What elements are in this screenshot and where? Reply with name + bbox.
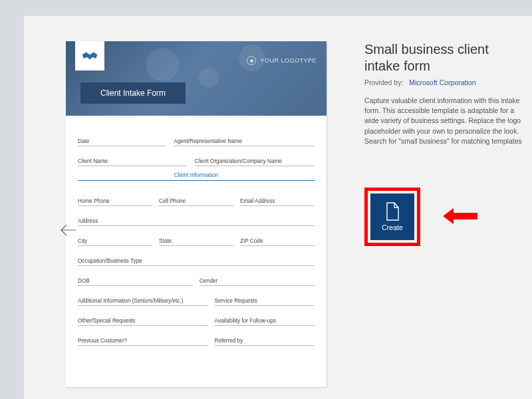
create-highlight-annotation: Create — [364, 188, 420, 246]
template-description: Capture valuable client information with… — [364, 96, 525, 146]
field-cell-phone: Cell Phone — [159, 194, 233, 206]
provided-by-row: Provided by: Microsoft Corporation — [364, 78, 525, 86]
field-dob: DOB — [78, 274, 193, 286]
field-address: Address — [78, 214, 315, 226]
field-date: Date — [78, 134, 166, 146]
template-preview-thumbnail: YOUR LOGOTYPE Client Intake Form Date Ag… — [66, 41, 327, 387]
preview-header: YOUR LOGOTYPE Client Intake Form — [66, 41, 327, 116]
field-availability: Availability for Follow-ups — [215, 314, 315, 326]
field-state: State. — [159, 234, 233, 246]
provider-link[interactable]: Microsoft Corporation — [409, 78, 475, 86]
provided-by-label: Provided by: — [364, 78, 403, 86]
logotype-text: YOUR LOGOTYPE — [260, 57, 317, 64]
new-document-icon — [384, 202, 400, 221]
logotype-circle-icon — [247, 56, 256, 65]
logotype-placeholder: YOUR LOGOTYPE — [247, 56, 317, 65]
field-city: City — [78, 234, 152, 246]
create-button[interactable]: Create — [370, 194, 414, 240]
field-prev-customer: Previous Customer? — [78, 334, 208, 346]
template-info-panel: Small business client intake form Provid… — [364, 41, 532, 146]
preview-body: Date Agent/Representative Name Client Na… — [66, 116, 327, 352]
field-other-req: Other/Special Requests — [78, 314, 208, 326]
field-service-req: Service Requests — [215, 294, 315, 306]
field-agent: Agent/Representative Name — [174, 134, 315, 146]
back-button[interactable] — [60, 223, 77, 237]
field-referred: Referred by — [215, 334, 315, 346]
create-label: Create — [382, 223, 403, 231]
field-zip: ZIP Code — [240, 234, 315, 246]
form-title-banner: Client Intake Form — [80, 82, 186, 104]
field-occupation: Occupation/Business Type — [78, 254, 315, 266]
field-email: Email Address — [240, 194, 315, 206]
field-gender: Gender — [200, 274, 315, 286]
pointer-arrow-annotation — [442, 206, 479, 226]
create-highlight-box: Create — [364, 188, 420, 246]
section-client-info: Client Information — [78, 168, 315, 181]
template-title: Small business client intake form — [364, 41, 525, 74]
field-client-name: Client Name — [78, 154, 187, 166]
handshake-icon — [75, 41, 104, 70]
template-preview-dialog: YOUR LOGOTYPE Client Intake Form Date Ag… — [24, 16, 532, 399]
field-client-org: Client Organization/Company Name — [195, 154, 315, 166]
field-additional: Additional Information (Seniors/Military… — [78, 294, 208, 306]
field-home-phone: Home Phone — [78, 194, 152, 206]
